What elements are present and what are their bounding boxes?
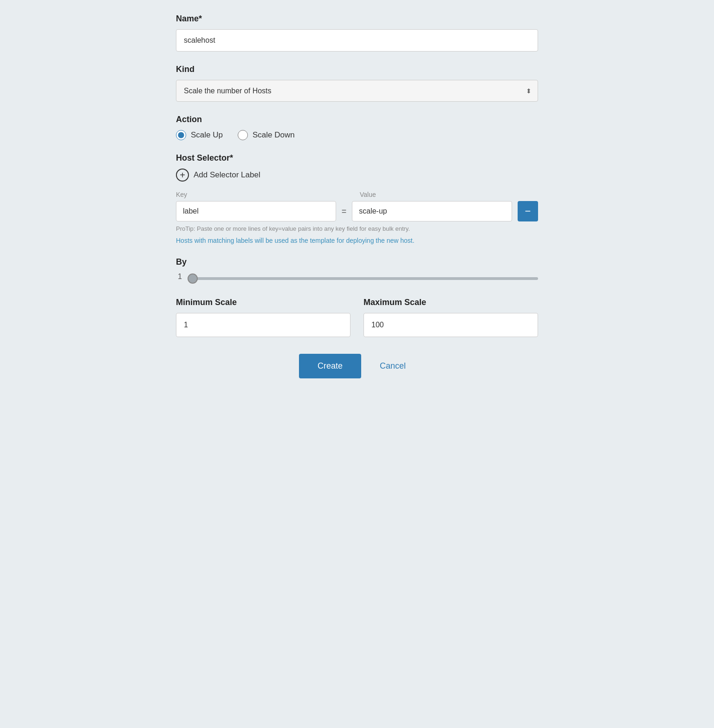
kind-group: Kind Scale the number of Hosts Scale CPU… [176,65,538,102]
scale-down-radio[interactable] [238,130,248,140]
remove-selector-button[interactable]: − [518,201,538,221]
add-selector-label-text: Add Selector Label [194,170,260,180]
add-selector-icon: + [176,169,189,182]
maximum-scale-label: Maximum Scale [363,298,538,307]
action-radio-group: Scale Up Scale Down [176,130,538,140]
value-column-label: Value [360,191,512,198]
min-max-row: Minimum Scale Maximum Scale [176,298,538,337]
cancel-button[interactable]: Cancel [370,354,415,378]
maximum-scale-group: Maximum Scale [363,298,538,337]
by-slider[interactable] [188,277,538,280]
key-input[interactable] [176,201,336,221]
add-selector-button[interactable]: + Add Selector Label [176,169,260,182]
form-container: Name* Kind Scale the number of Hosts Sca… [176,14,538,378]
form-actions: Create Cancel [176,354,538,378]
by-value: 1 [176,273,182,281]
by-label: By [176,257,538,267]
scale-down-option[interactable]: Scale Down [238,130,295,140]
host-selector-group: Host Selector* + Add Selector Label Key … [176,153,538,244]
value-input[interactable] [352,201,512,221]
scale-up-radio[interactable] [176,130,186,140]
slider-wrapper: 1 [176,273,538,285]
action-group: Action Scale Up Scale Down [176,115,538,140]
scale-up-label: Scale Up [191,130,223,140]
key-value-labels: Key Value [176,191,538,198]
key-value-separator: = [342,207,347,216]
remove-icon: − [525,205,531,217]
key-column-label: Key [176,191,328,198]
name-group: Name* [176,14,538,52]
create-button[interactable]: Create [299,354,361,378]
kind-select-wrapper: Scale the number of Hosts Scale CPU Scal… [176,80,538,102]
kind-label: Kind [176,65,538,74]
minimum-scale-group: Minimum Scale [176,298,351,337]
name-input[interactable] [176,29,538,52]
scale-up-option[interactable]: Scale Up [176,130,223,140]
name-label: Name* [176,14,538,24]
pro-tip-text: ProTip: Paste one or more lines of key=v… [176,225,538,232]
key-value-row: = − [176,201,538,221]
maximum-scale-input[interactable] [363,313,538,337]
action-label: Action [176,115,538,124]
minimum-scale-input[interactable] [176,313,351,337]
scale-down-label: Scale Down [253,130,295,140]
minimum-scale-label: Minimum Scale [176,298,351,307]
host-selector-label: Host Selector* [176,153,538,163]
kind-select[interactable]: Scale the number of Hosts Scale CPU Scal… [176,80,538,102]
template-info-text: Hosts with matching labels will be used … [176,237,538,244]
by-section: By 1 [176,257,538,285]
